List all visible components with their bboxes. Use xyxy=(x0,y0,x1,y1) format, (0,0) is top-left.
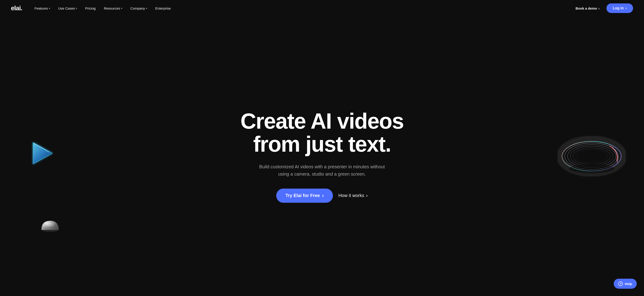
navbar: elai. Features ▾ Use Cases ▾ Pricing Res… xyxy=(0,0,644,17)
nav-item-enterprise[interactable]: Enterprise xyxy=(152,5,174,12)
nav-resources-label: Resources xyxy=(104,6,120,10)
nav-item-resources[interactable]: Resources ▾ xyxy=(101,5,126,12)
how-it-works-button[interactable]: How it works › xyxy=(338,193,368,199)
logo[interactable]: elai. xyxy=(11,5,22,12)
chevron-down-icon: ▾ xyxy=(49,7,50,10)
nav-item-features[interactable]: Features ▾ xyxy=(31,5,53,12)
svg-point-5 xyxy=(570,146,613,166)
hero-title-line2: from just text. xyxy=(253,132,391,156)
hero-buttons: Try Elai for Free › How it works › xyxy=(276,189,368,203)
help-button[interactable]: ? Help xyxy=(614,279,637,289)
navbar-right: Book a demo › Log in › xyxy=(572,4,633,13)
hero-section: Create AI videos from just text. Build c… xyxy=(0,17,644,296)
nav-features-label: Features xyxy=(34,6,48,10)
svg-point-6 xyxy=(573,148,610,165)
try-free-button[interactable]: Try Elai for Free › xyxy=(276,189,333,203)
arrow-right-icon: › xyxy=(626,6,627,10)
login-label: Log in xyxy=(613,6,624,10)
nav-links: Features ▾ Use Cases ▾ Pricing Resources… xyxy=(31,5,174,12)
navbar-left: elai. Features ▾ Use Cases ▾ Pricing Res… xyxy=(11,5,174,12)
try-free-label: Try Elai for Free xyxy=(285,193,320,198)
book-demo-link[interactable]: Book a demo › xyxy=(572,5,603,12)
nav-item-company[interactable]: Company ▾ xyxy=(127,5,150,12)
arrow-right-icon: › xyxy=(598,6,600,10)
nav-pricing-label: Pricing xyxy=(85,6,96,10)
nav-item-pricing[interactable]: Pricing xyxy=(82,5,99,12)
hero-title: Create AI videos from just text. xyxy=(240,110,404,156)
arrow-right-icon: › xyxy=(322,193,324,199)
help-icon: ? xyxy=(618,281,623,286)
hero-title-line1: Create AI videos xyxy=(240,109,404,133)
help-label: Help xyxy=(625,282,632,286)
login-button[interactable]: Log in › xyxy=(606,4,633,13)
chevron-down-icon: ▾ xyxy=(76,7,77,10)
arrow-right-icon: › xyxy=(366,193,368,199)
nav-enterprise-label: Enterprise xyxy=(155,6,171,10)
decorative-play-shape xyxy=(27,138,57,168)
how-it-works-label: How it works xyxy=(338,193,364,198)
book-demo-label: Book a demo xyxy=(576,6,597,10)
decorative-ring-shape xyxy=(558,133,626,179)
svg-point-7 xyxy=(576,149,608,163)
hero-subtitle: Build customized AI videos with a presen… xyxy=(256,163,388,178)
chevron-down-icon: ▾ xyxy=(146,7,147,10)
nav-use-cases-label: Use Cases xyxy=(58,6,75,10)
nav-company-label: Company xyxy=(130,6,145,10)
nav-item-use-cases[interactable]: Use Cases ▾ xyxy=(55,5,80,12)
svg-point-8 xyxy=(569,164,614,173)
chevron-down-icon: ▾ xyxy=(121,7,122,10)
decorative-dome-shape xyxy=(41,216,59,234)
